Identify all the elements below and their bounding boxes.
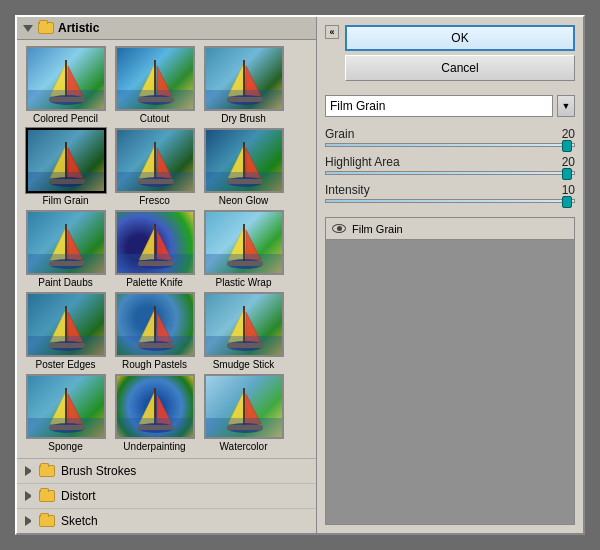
- category-arrow-icon-sketch: [25, 516, 35, 526]
- slider-thumb-intensity[interactable]: [562, 196, 572, 208]
- params-section: Grain20Highlight Area20Intensity10: [325, 127, 575, 211]
- slider-thumb-grain[interactable]: [562, 140, 572, 152]
- preview-content: [326, 240, 574, 524]
- ok-button[interactable]: OK: [345, 25, 575, 51]
- thumb-label-poster-edges: Poster Edges: [35, 359, 95, 370]
- param-label-grain: Grain: [325, 127, 354, 141]
- category-label-brush-strokes: Brush Strokes: [61, 464, 136, 478]
- filter-dropdown[interactable]: Film GrainColored PencilCutoutDry BrushF…: [325, 95, 553, 117]
- thumb-img-colored-pencil: [26, 46, 106, 111]
- thumb-label-fresco: Fresco: [139, 195, 170, 206]
- svg-rect-76: [117, 336, 195, 357]
- thumb-img-paint-daubs: [26, 210, 106, 275]
- thumb-label-paint-daubs: Paint Daubs: [38, 277, 92, 288]
- thumb-item-sponge[interactable]: Sponge: [23, 374, 108, 452]
- category-folder-icon-sketch: [39, 515, 55, 527]
- svg-rect-104: [206, 418, 284, 439]
- svg-rect-83: [206, 336, 284, 357]
- thumb-img-dry-brush: [204, 46, 284, 111]
- cancel-button[interactable]: Cancel: [345, 55, 575, 81]
- thumb-item-watercolor[interactable]: Watercolor: [201, 374, 286, 452]
- param-label-highlight-area: Highlight Area: [325, 155, 400, 169]
- thumb-label-rough-pastels: Rough Pastels: [122, 359, 187, 370]
- category-label-distort: Distort: [61, 489, 96, 503]
- svg-rect-62: [206, 254, 284, 275]
- param-row-grain: Grain20: [325, 127, 575, 141]
- category-item-brush-strokes[interactable]: Brush Strokes: [17, 459, 316, 484]
- thumb-img-underpainting: [115, 374, 195, 439]
- svg-rect-69: [28, 336, 106, 357]
- dropdown-arrow-icon[interactable]: ▼: [557, 95, 575, 117]
- thumb-img-neon-glow: [204, 128, 284, 193]
- thumb-item-poster-edges[interactable]: Poster Edges: [23, 292, 108, 370]
- filter-gallery-dialog: Artistic Colored Pencil Cutout Dry Brush: [15, 15, 585, 535]
- folder-icon: [38, 22, 54, 34]
- thumb-label-underpainting: Underpainting: [123, 441, 185, 452]
- eye-pupil: [337, 226, 342, 231]
- thumb-item-underpainting[interactable]: Underpainting: [112, 374, 197, 452]
- svg-rect-27: [28, 172, 106, 193]
- thumb-img-cutout: [115, 46, 195, 111]
- category-folder-icon-brush-strokes: [39, 465, 55, 477]
- thumb-img-fresco: [115, 128, 195, 193]
- thumbnail-scroll-area[interactable]: Colored Pencil Cutout Dry Brush Film Gra…: [17, 40, 316, 533]
- thumb-item-smudge-stick[interactable]: Smudge Stick: [201, 292, 286, 370]
- thumb-img-plastic-wrap: [204, 210, 284, 275]
- param-row-intensity: Intensity10: [325, 183, 575, 197]
- svg-rect-41: [206, 172, 284, 193]
- thumb-item-cutout[interactable]: Cutout: [112, 46, 197, 124]
- thumb-item-neon-glow[interactable]: Neon Glow: [201, 128, 286, 206]
- preview-panel: Film Grain: [325, 217, 575, 525]
- category-label-sketch: Sketch: [61, 514, 98, 528]
- thumb-item-plastic-wrap[interactable]: Plastic Wrap: [201, 210, 286, 288]
- category-title: Artistic: [58, 21, 99, 35]
- svg-rect-6: [28, 90, 106, 111]
- thumb-item-fresco[interactable]: Fresco: [112, 128, 197, 206]
- param-value-grain: 20: [545, 127, 575, 141]
- thumb-item-dry-brush[interactable]: Dry Brush: [201, 46, 286, 124]
- thumb-img-poster-edges: [26, 292, 106, 357]
- thumb-label-neon-glow: Neon Glow: [219, 195, 268, 206]
- thumb-label-cutout: Cutout: [140, 113, 169, 124]
- eye-icon[interactable]: [332, 224, 346, 233]
- category-arrow-icon-distort: [25, 491, 35, 501]
- slider-track-grain[interactable]: [325, 143, 575, 147]
- category-item-distort[interactable]: Distort: [17, 484, 316, 509]
- preview-header: Film Grain: [326, 218, 574, 240]
- thumb-label-dry-brush: Dry Brush: [221, 113, 265, 124]
- svg-rect-34: [117, 172, 195, 193]
- param-value-intensity: 10: [545, 183, 575, 197]
- svg-rect-20: [206, 90, 284, 111]
- thumb-label-palette-knife: Palette Knife: [126, 277, 183, 288]
- category-list: Brush StrokesDistortSketchStylizeTexture: [17, 458, 316, 533]
- thumb-img-film-grain: [26, 128, 106, 193]
- thumb-item-colored-pencil[interactable]: Colored Pencil: [23, 46, 108, 124]
- filter-dropdown-row: Film GrainColored PencilCutoutDry BrushF…: [325, 95, 575, 117]
- slider-track-highlight-area[interactable]: [325, 171, 575, 175]
- svg-rect-48: [28, 254, 106, 275]
- thumb-img-smudge-stick: [204, 292, 284, 357]
- param-value-highlight-area: 20: [545, 155, 575, 169]
- param-label-intensity: Intensity: [325, 183, 370, 197]
- svg-rect-97: [117, 418, 195, 439]
- thumb-item-palette-knife[interactable]: Palette Knife: [112, 210, 197, 288]
- thumb-item-rough-pastels[interactable]: Rough Pastels: [112, 292, 197, 370]
- category-header-bar: Artistic: [17, 17, 316, 40]
- collapse-arrow-icon[interactable]: [23, 25, 33, 32]
- svg-rect-55: [117, 254, 195, 275]
- param-row-highlight-area: Highlight Area20: [325, 155, 575, 169]
- category-arrow-icon-brush-strokes: [25, 466, 35, 476]
- thumb-img-palette-knife: [115, 210, 195, 275]
- slider-track-intensity[interactable]: [325, 199, 575, 203]
- category-folder-icon-distort: [39, 490, 55, 502]
- thumb-label-smudge-stick: Smudge Stick: [213, 359, 275, 370]
- svg-rect-90: [28, 418, 106, 439]
- slider-thumb-highlight-area[interactable]: [562, 168, 572, 180]
- right-panel: « OK Cancel Film GrainColored PencilCuto…: [317, 17, 583, 533]
- left-panel: Artistic Colored Pencil Cutout Dry Brush: [17, 17, 317, 533]
- thumb-label-watercolor: Watercolor: [220, 441, 268, 452]
- collapse-panel-button[interactable]: «: [325, 25, 339, 39]
- category-item-sketch[interactable]: Sketch: [17, 509, 316, 533]
- thumb-item-paint-daubs[interactable]: Paint Daubs: [23, 210, 108, 288]
- thumb-item-film-grain[interactable]: Film Grain: [23, 128, 108, 206]
